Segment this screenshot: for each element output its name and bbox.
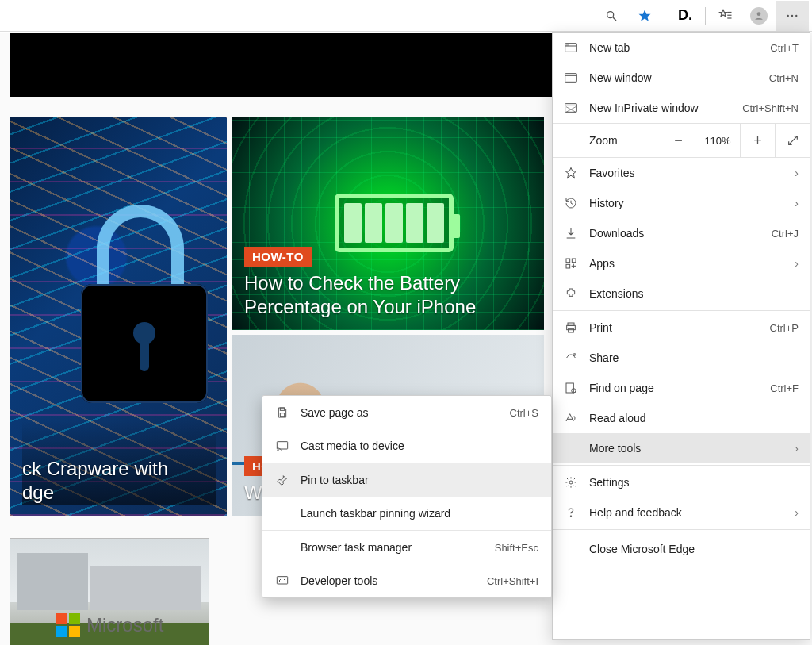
submenu-save-page[interactable]: Save page asCtrl+S xyxy=(262,396,551,429)
menu-zoom-row: Zoom − 110% + xyxy=(553,123,810,158)
svg-rect-31 xyxy=(280,408,284,410)
menu-new-window[interactable]: New windowCtrl+N xyxy=(553,63,810,93)
settings-and-more-menu: New tabCtrl+T New windowCtrl+N New InPri… xyxy=(552,32,810,640)
search-icon[interactable] xyxy=(595,1,628,31)
submenu-dev-tools[interactable]: Developer toolsCtrl+Shift+I xyxy=(262,564,551,597)
zoom-label: Zoom xyxy=(553,134,661,147)
share-icon xyxy=(564,351,578,364)
extensions-icon xyxy=(564,287,578,300)
menu-history[interactable]: History› xyxy=(553,188,810,218)
download-icon xyxy=(564,227,578,240)
padlock-illustration xyxy=(81,236,200,395)
submenu-cast[interactable]: Cast media to device xyxy=(262,429,551,463)
menu-find[interactable]: Find on pageCtrl+F xyxy=(553,373,810,403)
article-tile-crapware[interactable]: ck Crapware with dge xyxy=(10,117,227,516)
chevron-right-icon: › xyxy=(795,442,799,455)
category-badge: HOW-TO xyxy=(244,247,312,267)
svg-point-29 xyxy=(569,481,573,484)
menu-settings[interactable]: Settings xyxy=(553,467,810,497)
chevron-right-icon: › xyxy=(795,167,799,179)
svg-rect-16 xyxy=(565,104,577,113)
extension-d-icon[interactable]: D. xyxy=(668,1,702,31)
svg-rect-14 xyxy=(565,74,577,83)
pin-icon xyxy=(275,474,289,486)
svg-rect-19 xyxy=(572,259,576,263)
article-thumb-microsoft[interactable]: Microsoft xyxy=(10,538,209,645)
svg-marker-17 xyxy=(565,167,576,178)
zoom-out-button[interactable]: − xyxy=(661,123,695,158)
window-icon xyxy=(564,73,578,83)
svg-rect-26 xyxy=(566,383,573,393)
svg-point-9 xyxy=(791,14,793,16)
submenu-task-manager[interactable]: Browser task managerShift+Esc xyxy=(262,531,551,564)
settings-and-more-button[interactable] xyxy=(776,1,809,31)
menu-downloads[interactable]: DownloadsCtrl+J xyxy=(553,218,810,248)
article-tile-battery[interactable]: HOW-TO How to Check the Battery Percenta… xyxy=(232,117,544,330)
apps-icon xyxy=(564,257,578,270)
svg-rect-25 xyxy=(569,328,574,332)
menu-share[interactable]: Share xyxy=(553,343,810,373)
zoom-value: 110% xyxy=(695,135,740,147)
profile-avatar[interactable] xyxy=(742,1,776,31)
svg-rect-34 xyxy=(277,577,287,584)
favorites-star-icon[interactable] xyxy=(628,1,661,31)
svg-line-1 xyxy=(613,17,616,21)
more-tools-submenu: Save page asCtrl+S Cast media to device … xyxy=(262,395,552,598)
menu-read-aloud[interactable]: Read aloud xyxy=(553,403,810,433)
star-icon xyxy=(564,167,578,179)
svg-line-28 xyxy=(575,392,576,394)
find-icon xyxy=(564,382,578,394)
cast-icon xyxy=(275,440,289,451)
menu-new-tab[interactable]: New tabCtrl+T xyxy=(553,33,810,63)
submenu-pin-taskbar[interactable]: Pin to taskbar xyxy=(262,463,551,497)
favorites-list-icon[interactable] xyxy=(709,1,742,31)
svg-rect-13 xyxy=(566,44,569,46)
svg-marker-3 xyxy=(720,10,727,16)
menu-apps[interactable]: Apps› xyxy=(553,248,810,278)
svg-marker-2 xyxy=(639,10,651,21)
inprivate-icon xyxy=(564,103,578,113)
zoom-in-button[interactable]: + xyxy=(740,123,775,158)
menu-favorites[interactable]: Favorites› xyxy=(553,158,810,188)
toolbar-separator xyxy=(705,7,706,25)
chevron-right-icon: › xyxy=(795,257,799,270)
read-aloud-icon xyxy=(564,412,578,424)
save-icon xyxy=(275,406,289,419)
svg-rect-18 xyxy=(566,259,570,263)
devtools-icon xyxy=(275,575,289,586)
microsoft-logo: Microsoft xyxy=(56,613,163,637)
gear-icon xyxy=(564,476,578,489)
tile-headline: How to Check the Battery Percentage on Y… xyxy=(244,271,533,319)
menu-new-inprivate[interactable]: New InPrivate windowCtrl+Shift+N xyxy=(553,93,810,123)
new-tab-icon xyxy=(564,43,578,52)
submenu-launch-wizard[interactable]: Launch taskbar pinning wizard xyxy=(262,497,551,530)
svg-rect-20 xyxy=(566,264,570,268)
fullscreen-button[interactable] xyxy=(775,123,810,158)
menu-extensions[interactable]: Extensions xyxy=(553,278,810,309)
toolbar-separator xyxy=(665,7,665,25)
menu-print[interactable]: PrintCtrl+P xyxy=(553,313,810,343)
print-icon xyxy=(564,321,578,334)
menu-help[interactable]: Help and feedback› xyxy=(553,497,810,528)
svg-point-30 xyxy=(570,516,571,516)
browser-toolbar: D. xyxy=(0,0,812,32)
chevron-right-icon: › xyxy=(795,506,799,519)
battery-illustration xyxy=(335,194,454,252)
tile-headline: ck Crapware with dge xyxy=(22,457,216,505)
svg-point-0 xyxy=(607,11,614,17)
help-icon xyxy=(564,506,578,519)
chevron-right-icon: › xyxy=(795,197,799,209)
svg-rect-32 xyxy=(280,413,284,417)
menu-close-edge[interactable]: Close Microsoft Edge xyxy=(553,532,810,566)
svg-point-7 xyxy=(757,12,761,16)
menu-more-tools[interactable]: More tools› xyxy=(553,433,810,463)
svg-point-10 xyxy=(795,14,797,16)
svg-point-8 xyxy=(787,14,789,16)
history-icon xyxy=(564,197,578,209)
